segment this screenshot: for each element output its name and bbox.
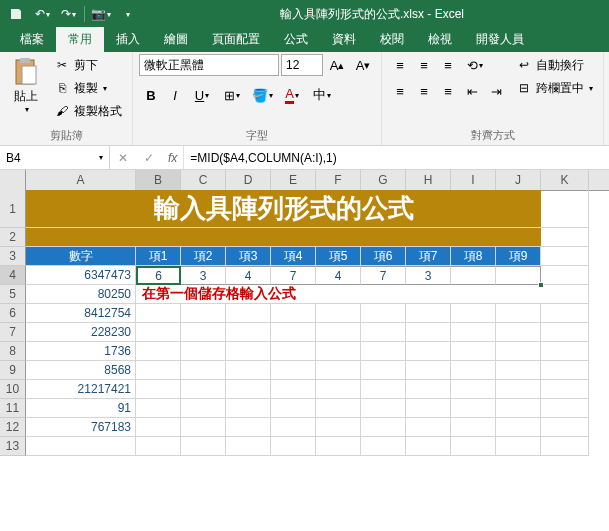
align-bottom-button[interactable]: ≡ xyxy=(436,54,460,76)
cell[interactable] xyxy=(406,399,451,418)
tab-home[interactable]: 常用 xyxy=(56,27,104,52)
cell[interactable] xyxy=(541,418,589,437)
row-header[interactable]: 4 xyxy=(0,266,26,285)
tab-draw[interactable]: 繪圖 xyxy=(152,27,200,52)
col-header[interactable]: I xyxy=(451,170,496,190)
cell[interactable] xyxy=(136,361,181,380)
cell[interactable] xyxy=(496,399,541,418)
col-header[interactable]: C xyxy=(181,170,226,190)
cell[interactable] xyxy=(226,437,271,456)
align-right-button[interactable]: ≡ xyxy=(436,80,460,102)
cell[interactable] xyxy=(316,361,361,380)
cell[interactable] xyxy=(451,266,496,285)
font-size-select[interactable] xyxy=(281,54,323,76)
row-header[interactable]: 3 xyxy=(0,247,26,266)
col-header[interactable]: K xyxy=(541,170,589,190)
align-middle-button[interactable]: ≡ xyxy=(412,54,436,76)
cell[interactable] xyxy=(181,399,226,418)
cell[interactable] xyxy=(406,380,451,399)
cell[interactable]: 91 xyxy=(26,399,136,418)
phonetic-button[interactable]: 中▾ xyxy=(307,84,337,106)
row-header[interactable]: 10 xyxy=(0,380,26,399)
header-cell[interactable]: 項1 xyxy=(136,247,181,266)
cell[interactable] xyxy=(541,228,589,247)
row-header[interactable]: 11 xyxy=(0,399,26,418)
cell[interactable] xyxy=(451,380,496,399)
col-header[interactable]: H xyxy=(406,170,451,190)
cell[interactable]: 4 xyxy=(226,266,271,285)
enter-formula-button[interactable]: ✓ xyxy=(136,151,162,165)
redo-icon[interactable]: ↷▾ xyxy=(56,3,80,25)
row-header[interactable]: 13 xyxy=(0,437,26,456)
qat-customize-icon[interactable]: ▾ xyxy=(115,3,139,25)
cell[interactable] xyxy=(541,190,589,228)
wrap-text-button[interactable]: ↩自動換行 xyxy=(512,54,597,76)
cell[interactable] xyxy=(406,361,451,380)
increase-font-button[interactable]: A▴ xyxy=(325,54,349,76)
cell[interactable] xyxy=(406,304,451,323)
bold-button[interactable]: B xyxy=(139,84,163,106)
cell[interactable] xyxy=(361,418,406,437)
cell[interactable] xyxy=(181,418,226,437)
tab-insert[interactable]: 插入 xyxy=(104,27,152,52)
orientation-button[interactable]: ⟲▾ xyxy=(460,54,490,76)
cell[interactable] xyxy=(541,285,589,304)
cell[interactable] xyxy=(181,380,226,399)
cancel-formula-button[interactable]: ✕ xyxy=(110,151,136,165)
cell[interactable]: 228230 xyxy=(26,323,136,342)
border-button[interactable]: ⊞▾ xyxy=(217,84,247,106)
cell[interactable] xyxy=(496,323,541,342)
cell[interactable]: 1736 xyxy=(26,342,136,361)
cut-button[interactable]: ✂剪下 xyxy=(50,54,126,76)
row-header[interactable]: 1 xyxy=(0,190,26,228)
cell[interactable] xyxy=(361,380,406,399)
copy-button[interactable]: ⎘複製▾ xyxy=(50,77,126,99)
cell[interactable] xyxy=(451,323,496,342)
row-header[interactable]: 12 xyxy=(0,418,26,437)
cell[interactable] xyxy=(541,361,589,380)
cell[interactable]: 4 xyxy=(316,266,361,285)
cell[interactable] xyxy=(136,323,181,342)
cell[interactable] xyxy=(496,361,541,380)
cell[interactable] xyxy=(496,342,541,361)
cell[interactable] xyxy=(181,342,226,361)
font-name-select[interactable] xyxy=(139,54,279,76)
cell[interactable] xyxy=(451,437,496,456)
cell[interactable] xyxy=(451,304,496,323)
header-cell[interactable]: 數字 xyxy=(26,247,136,266)
formula-input[interactable] xyxy=(184,146,609,169)
undo-icon[interactable]: ↶▾ xyxy=(30,3,54,25)
row-header[interactable]: 6 xyxy=(0,304,26,323)
header-cell[interactable]: 項9 xyxy=(496,247,541,266)
cell[interactable] xyxy=(496,304,541,323)
cell[interactable] xyxy=(316,418,361,437)
cell[interactable] xyxy=(316,304,361,323)
cell[interactable] xyxy=(271,418,316,437)
cell[interactable] xyxy=(451,418,496,437)
cell[interactable] xyxy=(541,380,589,399)
cell[interactable] xyxy=(136,399,181,418)
header-cell[interactable]: 項3 xyxy=(226,247,271,266)
align-top-button[interactable]: ≡ xyxy=(388,54,412,76)
cell[interactable] xyxy=(406,342,451,361)
cell[interactable] xyxy=(541,437,589,456)
paste-button[interactable]: 貼上 ▾ xyxy=(6,54,46,116)
cell[interactable] xyxy=(316,323,361,342)
cell[interactable] xyxy=(496,266,541,285)
title-merged-cell[interactable]: 輸入具陣列形式的公式 xyxy=(26,190,541,228)
decrease-font-button[interactable]: A▾ xyxy=(351,54,375,76)
cell[interactable] xyxy=(451,399,496,418)
cell[interactable] xyxy=(316,437,361,456)
cell[interactable] xyxy=(406,418,451,437)
cell[interactable] xyxy=(136,380,181,399)
col-header[interactable]: A xyxy=(26,170,136,190)
cell[interactable] xyxy=(181,304,226,323)
fill-handle[interactable] xyxy=(538,282,544,288)
cell[interactable] xyxy=(541,247,589,266)
cell[interactable] xyxy=(271,361,316,380)
tab-review[interactable]: 校閱 xyxy=(368,27,416,52)
col-header[interactable]: E xyxy=(271,170,316,190)
cell[interactable] xyxy=(26,437,136,456)
tab-data[interactable]: 資料 xyxy=(320,27,368,52)
cell[interactable] xyxy=(271,323,316,342)
